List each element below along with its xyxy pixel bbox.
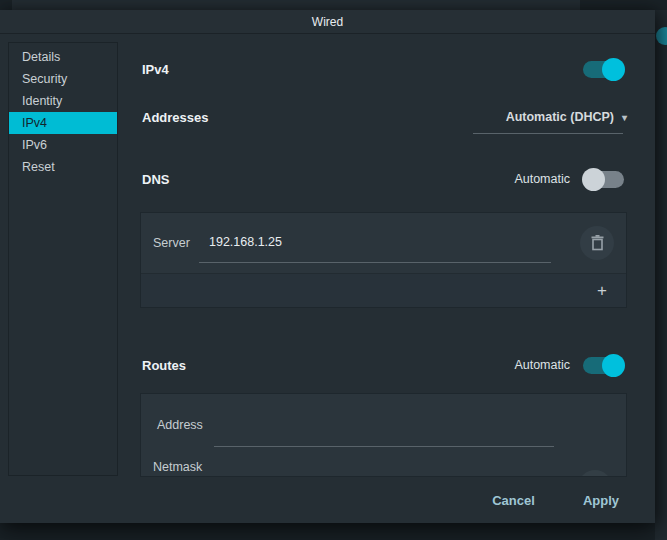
trash-icon — [590, 235, 605, 251]
dns-server-row: Server 192.168.1.25 — [141, 213, 626, 273]
wired-settings-dialog: Wired Details Security Identity IPv4 IPv… — [0, 10, 655, 523]
dialog-action-bar: Cancel Apply — [0, 477, 655, 523]
ipv4-toggle[interactable] — [583, 61, 624, 78]
background-window-strip — [655, 10, 667, 540]
delete-route-button[interactable] — [578, 470, 612, 477]
toggle-knob — [582, 168, 605, 191]
sidebar-item-reset[interactable]: Reset — [9, 156, 117, 178]
dns-servers-frame: Server 192.168.1.25 + — [140, 212, 627, 308]
route-address-label: Address — [157, 418, 203, 432]
routes-section-label: Routes — [142, 358, 186, 373]
sidebar-item-identity[interactable]: Identity — [9, 90, 117, 112]
dialog-title: Wired — [312, 15, 343, 29]
toggle-knob — [602, 354, 625, 377]
route-address-input[interactable] — [214, 446, 554, 447]
add-dns-server-button[interactable]: + — [584, 274, 620, 308]
dialog-titlebar[interactable]: Wired — [0, 10, 655, 34]
sidebar-item-ipv4[interactable]: IPv4 — [9, 112, 117, 134]
background-window-edge — [12, 0, 580, 10]
cancel-button[interactable]: Cancel — [492, 493, 535, 508]
server-input-underline — [199, 262, 551, 263]
dns-automatic-label: Automatic — [440, 172, 570, 186]
route-netmask-label: Netmask — [153, 460, 202, 474]
addresses-method-value: Automatic (DHCP) — [506, 110, 614, 124]
sidebar-item-ipv6[interactable]: IPv6 — [9, 134, 117, 156]
delete-server-button[interactable] — [580, 226, 614, 260]
routes-automatic-label: Automatic — [440, 358, 570, 372]
routes-frame: Address Netmask — [140, 393, 627, 477]
dns-section-label: DNS — [142, 172, 169, 187]
sidebar-item-security[interactable]: Security — [9, 68, 117, 90]
toggle-knob — [602, 58, 625, 81]
routes-automatic-toggle[interactable] — [583, 357, 624, 374]
chevron-down-icon: ▾ — [622, 112, 627, 123]
addresses-label: Addresses — [142, 110, 208, 125]
sidebar-item-details[interactable]: Details — [9, 46, 117, 68]
settings-sidebar: Details Security Identity IPv4 IPv6 Rese… — [8, 42, 118, 476]
server-field-label: Server — [153, 236, 190, 250]
apply-button[interactable]: Apply — [583, 493, 619, 508]
server-field-input[interactable]: 192.168.1.25 — [209, 235, 282, 249]
addresses-method-dropdown[interactable]: Automatic (DHCP)▾ — [440, 110, 627, 124]
dns-add-row: + — [141, 273, 626, 307]
dropdown-underline — [473, 133, 623, 134]
ipv4-section-label: IPv4 — [142, 62, 169, 77]
background-toggle-fragment — [656, 27, 667, 45]
dns-automatic-toggle[interactable] — [583, 171, 624, 188]
